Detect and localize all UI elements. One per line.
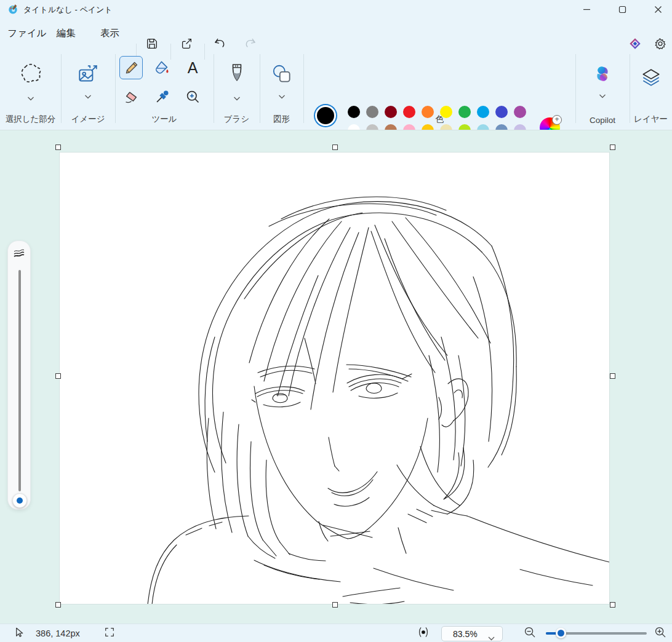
chevron-down-icon: [488, 632, 495, 636]
shapes-icon[interactable]: [270, 63, 294, 89]
color-swatch[interactable]: [440, 106, 452, 118]
canvas-resize-handle-bottom-center[interactable]: [332, 602, 338, 608]
menu-bar: ファイル 編集 表示: [0, 18, 672, 48]
status-bar: 386, 142px 83.5%: [0, 624, 672, 642]
pen-size-panel: [7, 240, 31, 510]
color-swatch[interactable]: [477, 106, 489, 118]
chevron-down-icon[interactable]: [278, 90, 285, 95]
drawing-canvas[interactable]: [60, 153, 609, 604]
window-title: タイトルなし - ペイント: [23, 4, 113, 15]
pencil-tool-button[interactable]: [119, 56, 143, 79]
chevron-down-icon[interactable]: [233, 92, 240, 97]
canvas-resize-handle-bottom-right[interactable]: [610, 602, 615, 608]
brush-icon[interactable]: [228, 61, 246, 89]
copilot-section[interactable]: Copilot: [575, 48, 630, 130]
selection-section[interactable]: 選択した部分: [0, 48, 61, 130]
paint-window: タイトルなし - ペイント ファイル 編集 表示: [0, 0, 672, 642]
canvas-resize-handle-top-center[interactable]: [332, 145, 338, 150]
fit-to-screen-icon[interactable]: [417, 626, 430, 641]
add-color-icon: +: [552, 115, 562, 125]
canvas-resize-handle-bottom-left[interactable]: [55, 602, 61, 608]
color-swatch[interactable]: [385, 106, 397, 118]
canvas-resize-handle-top-right[interactable]: [610, 145, 615, 150]
free-select-icon[interactable]: [17, 60, 44, 90]
eraser-tool-button[interactable]: [119, 85, 143, 108]
chevron-down-icon[interactable]: [85, 90, 92, 95]
copilot-icon[interactable]: [593, 64, 612, 86]
magnifier-tool-button[interactable]: [181, 85, 204, 108]
selection-label: 選択した部分: [0, 114, 61, 125]
color-picker-tool-button[interactable]: [150, 85, 174, 108]
menu-edit[interactable]: 編集: [57, 27, 76, 40]
layers-icon[interactable]: [640, 68, 662, 90]
sketch-drawing: [60, 153, 609, 604]
pen-size-slider-track[interactable]: [18, 270, 21, 491]
color-swatch[interactable]: [458, 106, 471, 118]
text-tool-button[interactable]: A: [181, 56, 204, 79]
color-swatch[interactable]: [403, 106, 415, 118]
shapes-label: 図形: [260, 114, 303, 125]
canvas-resize-handle-middle-left[interactable]: [55, 373, 61, 379]
cursor-position-text: 386, 142px: [36, 628, 80, 638]
minimize-button[interactable]: [572, 0, 601, 18]
copilot-label: Copilot: [575, 116, 630, 125]
color-swatch[interactable]: [495, 106, 508, 118]
brushes-section[interactable]: ブラシ: [214, 48, 260, 130]
shapes-section[interactable]: 図形: [260, 48, 303, 130]
zoom-in-icon[interactable]: [654, 626, 667, 641]
layers-section[interactable]: レイヤー: [630, 48, 672, 130]
zoom-out-icon[interactable]: [524, 626, 537, 641]
toolbar-ribbon: 選択した部分 イメージ A: [0, 48, 672, 130]
chevron-down-icon[interactable]: [599, 90, 606, 94]
maximize-button[interactable]: [608, 0, 636, 18]
layers-label: レイヤー: [630, 114, 672, 125]
chevron-down-icon[interactable]: [27, 92, 34, 97]
canvas-resize-handle-top-left[interactable]: [55, 145, 61, 150]
paint-app-icon: [7, 4, 18, 15]
color-swatch[interactable]: [366, 106, 378, 118]
cursor-position-icon: [14, 627, 25, 641]
image-label: イメージ: [61, 114, 115, 125]
fill-tool-button[interactable]: [150, 56, 174, 79]
title-bar: タイトルなし - ペイント: [0, 0, 672, 18]
menu-view[interactable]: 表示: [100, 27, 119, 40]
tools-section: A ツール: [115, 48, 214, 130]
close-button[interactable]: [644, 0, 672, 18]
canvas-resize-handle-middle-right[interactable]: [610, 373, 615, 379]
zoom-level-value: 83.5%: [453, 629, 478, 639]
tools-label: ツール: [115, 114, 214, 125]
zoom-level-select[interactable]: 83.5%: [441, 626, 503, 641]
stroke-width-icon: [13, 248, 25, 258]
image-icon[interactable]: [76, 63, 100, 89]
pen-size-slider-thumb[interactable]: [12, 493, 27, 508]
selection-size-icon: [104, 627, 115, 640]
menu-file[interactable]: ファイル: [7, 27, 46, 40]
color-swatch[interactable]: [422, 106, 434, 118]
color-swatch[interactable]: [348, 106, 360, 118]
zoom-slider-thumb[interactable]: [556, 628, 566, 638]
color1-swatch[interactable]: [315, 105, 336, 126]
image-section[interactable]: イメージ: [61, 48, 115, 130]
color-swatch[interactable]: [514, 106, 526, 118]
brushes-label: ブラシ: [214, 114, 260, 125]
